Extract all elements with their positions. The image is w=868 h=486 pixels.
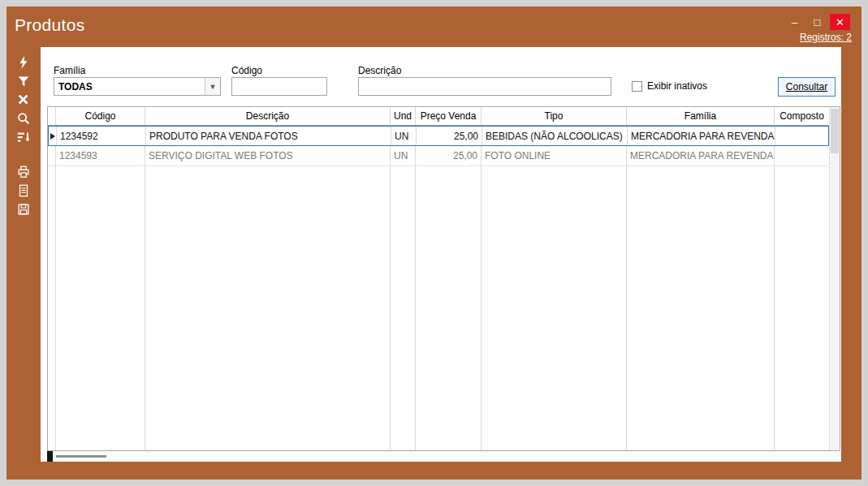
familia-selected-value: TODAS <box>54 81 93 92</box>
exibir-inativos-checkbox-row[interactable]: Exibir inativos <box>632 80 707 92</box>
sort-icon <box>16 130 31 144</box>
empty-col <box>56 166 145 450</box>
column-header-descricao[interactable]: Descrição <box>145 107 391 125</box>
codigo-label: Código <box>231 65 262 76</box>
print-button[interactable] <box>11 162 37 181</box>
titlebar[interactable]: Produtos – □ ✕ Registros: 2 <box>6 6 862 47</box>
column-header-tipo[interactable]: Tipo <box>482 107 627 125</box>
sort-button[interactable] <box>11 127 37 146</box>
familia-select[interactable]: TODAS ▼ <box>54 77 221 96</box>
maximize-button[interactable]: □ <box>807 14 827 30</box>
minimize-icon: – <box>792 17 797 28</box>
current-row-arrow-icon <box>50 133 55 140</box>
empty-col <box>391 166 416 450</box>
desktop-background: Produtos – □ ✕ Registros: 2 <box>0 0 868 486</box>
minimize-button[interactable]: – <box>784 14 805 30</box>
cell-descricao: SERVIÇO DIGITAL WEB FOTOS <box>145 146 391 166</box>
grid-empty-area <box>48 166 829 450</box>
horizontal-scrollbar[interactable] <box>47 451 840 462</box>
search-icon <box>16 111 31 126</box>
window-controls: – □ ✕ <box>784 14 850 30</box>
cell-descricao: PRODUTO PARA VENDA FOTOS <box>146 127 391 145</box>
cell-composto <box>775 146 829 166</box>
search-button[interactable] <box>11 109 37 127</box>
grid-body: Código Descrição Und Preço Venda Tipo Fa… <box>48 107 829 450</box>
cell-tipo: FOTO ONLINE <box>482 146 627 166</box>
refresh-button[interactable] <box>11 53 37 71</box>
cell-familia: MERCADORIA PARA REVENDA <box>628 127 775 145</box>
vertical-scrollbar[interactable] <box>829 107 840 450</box>
save-button[interactable] <box>11 200 37 218</box>
horizontal-scrollbar-thumb[interactable] <box>56 455 106 458</box>
empty-col <box>416 166 482 450</box>
exibir-inativos-label: Exibir inativos <box>647 80 707 92</box>
column-header-composto[interactable]: Composto <box>775 107 829 125</box>
column-header-familia[interactable]: Família <box>627 107 775 125</box>
close-button[interactable]: ✕ <box>830 14 850 30</box>
refresh-icon <box>16 55 31 70</box>
empty-col <box>627 166 775 450</box>
window-title: Produtos <box>15 15 84 35</box>
familia-label: Família <box>54 65 85 76</box>
close-icon: ✕ <box>836 17 844 28</box>
scrollbar-corner <box>47 451 53 462</box>
empty-col <box>482 166 627 450</box>
checkbox-unchecked-icon[interactable] <box>632 81 642 92</box>
cell-preco-venda: 25,00 <box>417 127 482 145</box>
filter-button[interactable] <box>11 71 37 90</box>
products-grid: Código Descrição Und Preço Venda Tipo Fa… <box>47 106 840 451</box>
filter-icon <box>16 74 31 88</box>
descricao-label: Descrição <box>358 65 401 76</box>
column-header-codigo[interactable]: Código <box>56 107 145 125</box>
codigo-input[interactable] <box>231 77 327 96</box>
cell-tipo: BEBIDAS (NÃO ALCOOLICAS) <box>482 127 628 145</box>
maximize-icon: □ <box>814 17 821 28</box>
toolbar-sidebar <box>6 47 41 462</box>
column-header-preco-venda[interactable]: Preço Venda <box>416 107 482 125</box>
row-indicator-header <box>48 107 56 125</box>
consultar-button[interactable]: Consultar <box>778 77 836 97</box>
column-header-und[interactable]: Und <box>391 107 416 125</box>
clear-filter-icon <box>16 92 31 107</box>
cell-und: UN <box>391 127 417 145</box>
printer-icon <box>16 165 31 179</box>
report-button[interactable] <box>11 181 37 200</box>
vertical-scrollbar-thumb[interactable] <box>831 109 839 153</box>
clear-filter-button[interactable] <box>11 90 37 109</box>
cell-preco-venda: 25,00 <box>416 146 482 166</box>
row-indicator-cell <box>48 146 56 166</box>
registros-link[interactable]: Registros: 2 <box>800 32 852 43</box>
content-area: Família TODAS ▼ Código Descrição Exibir … <box>41 47 841 462</box>
chevron-down-icon: ▼ <box>205 78 220 95</box>
grid-header-row: Código Descrição Und Preço Venda Tipo Fa… <box>48 107 829 126</box>
save-icon <box>16 202 31 217</box>
cell-codigo: 1234592 <box>57 127 146 145</box>
empty-col <box>775 166 829 450</box>
app-window: Produtos – □ ✕ Registros: 2 <box>6 6 862 480</box>
cell-und: UN <box>391 146 416 166</box>
cell-composto <box>775 127 828 145</box>
empty-col <box>145 166 391 450</box>
descricao-input[interactable] <box>358 77 611 96</box>
report-icon <box>16 183 31 198</box>
row-indicator-cell <box>49 127 57 145</box>
cell-codigo: 1234593 <box>56 146 145 166</box>
table-row-selected[interactable]: 1234592 PRODUTO PARA VENDA FOTOS UN 25,0… <box>48 126 829 146</box>
table-row[interactable]: 1234593 SERVIÇO DIGITAL WEB FOTOS UN 25,… <box>48 146 829 166</box>
cell-familia: MERCADORIA PARA REVENDA <box>627 146 775 166</box>
empty-col <box>48 166 56 450</box>
